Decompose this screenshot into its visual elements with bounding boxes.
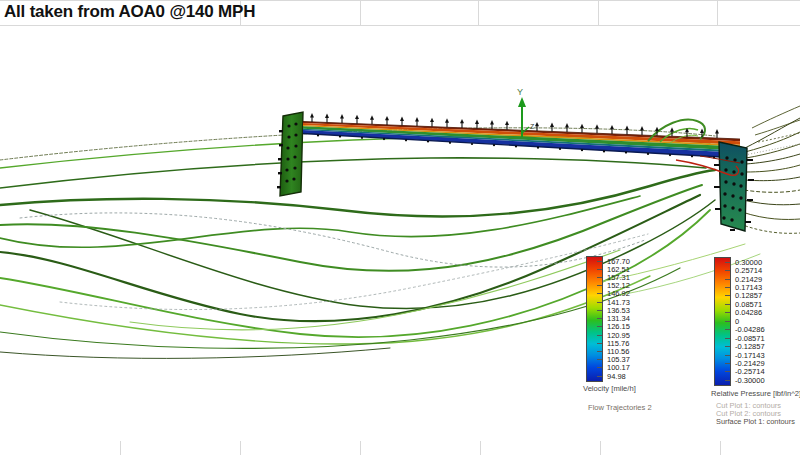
pressure-scale: 0.30000 0.25714 0.21429 0.17143 0.12857 … (725, 258, 765, 385)
y-axis-arrow-icon (518, 97, 526, 107)
pressure-tick: -0.30000 (735, 376, 765, 385)
flow-streamlines (0, 128, 760, 359)
axis-triad: Y Z (517, 87, 535, 137)
left-endplate (277, 112, 303, 196)
pressure-legend-title: Relative Pressure [lbf/in^2] (711, 389, 800, 398)
velocity-scale: 167.70 162.51 157.31 152.12 146.92 141.7… (597, 257, 630, 380)
velocity-legend-title: Velocity [mile/h] (583, 384, 636, 393)
surface-plot-1-caption: Surface Plot 1: contours (716, 418, 795, 426)
velocity-tick: 94.98 (607, 372, 626, 381)
flow-trajectories-caption: Flow Trajectories 2 (588, 403, 652, 412)
cfd-scene: Y Z (0, 0, 800, 455)
y-axis-label: Y (517, 87, 523, 97)
flow-simulation-viewport[interactable]: Y Z (0, 26, 800, 440)
plot-list: Cut Plot 1: contours Cut Plot 2: contour… (716, 402, 795, 427)
spreadsheet-canvas: All taken from AOA0 @140 MPH (0, 0, 800, 455)
z-axis-label: Z (530, 123, 535, 130)
right-endplate (714, 142, 754, 231)
wake-streamlines (740, 106, 800, 233)
